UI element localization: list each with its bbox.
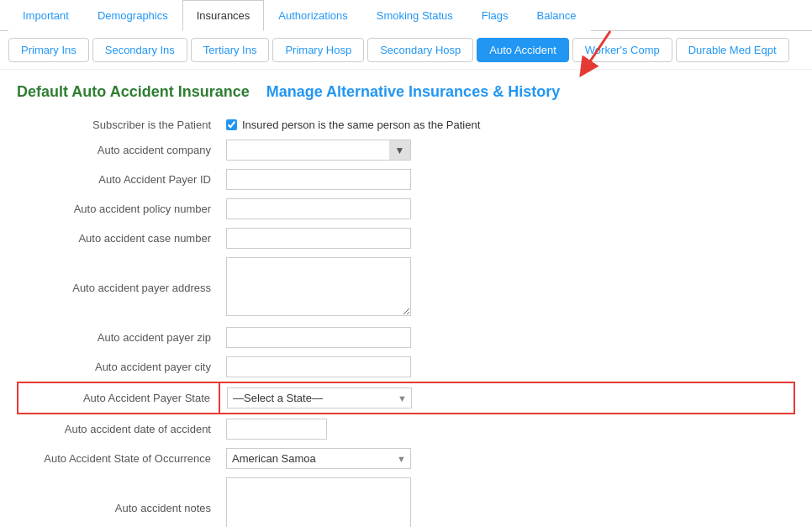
- sub-tab-bar: Primary InsSecondary InsTertiary InsPrim…: [0, 31, 812, 70]
- payer-city-row: Auto accident payer city: [18, 352, 794, 382]
- manage-alternative-link[interactable]: Manage Alternative Insurances & History: [266, 83, 560, 101]
- top-tab-demographics[interactable]: Demographics: [83, 0, 182, 31]
- payer-state-label: Auto Accident Payer State: [18, 382, 219, 414]
- sub-tab-worker-s-comp[interactable]: Worker's Comp: [572, 38, 672, 62]
- policy-number-label: Auto accident policy number: [18, 194, 219, 224]
- payer-id-label: Auto Accident Payer ID: [18, 165, 219, 194]
- payer-address-row: Auto accident payer address: [18, 253, 794, 323]
- case-number-cell: [219, 224, 794, 253]
- date-row: Auto accident date of accident: [18, 414, 794, 444]
- top-tab-insurances[interactable]: Insurances: [182, 0, 265, 31]
- payer-state-cell: —Select a State—AlabamaAlaskaAmerican Sa…: [219, 382, 794, 414]
- notes-cell: [219, 473, 794, 527]
- sub-tab-secondary-ins[interactable]: Secondary Ins: [92, 38, 187, 62]
- case-number-row: Auto accident case number: [18, 224, 794, 253]
- company-dropdown-button[interactable]: ▼: [389, 140, 411, 161]
- sub-tab-durable-med-eqpt[interactable]: Durable Med Eqpt: [676, 38, 789, 62]
- policy-number-input[interactable]: [226, 198, 411, 219]
- top-tab-smoking-status[interactable]: Smoking Status: [362, 0, 467, 31]
- payer-id-input[interactable]: [226, 169, 411, 190]
- payer-address-cell: [219, 253, 794, 323]
- payer-address-label: Auto accident payer address: [18, 253, 219, 323]
- section-header: Default Auto Accident Insurance Manage A…: [17, 83, 795, 101]
- policy-number-cell: [219, 194, 794, 224]
- payer-zip-cell: [219, 323, 794, 352]
- sub-tab-primary-hosp[interactable]: Primary Hosp: [272, 38, 364, 62]
- date-input[interactable]: [226, 419, 327, 440]
- top-tab-authorizations[interactable]: Authorizations: [264, 0, 361, 31]
- payer-city-cell: [219, 352, 794, 382]
- company-label: Auto accident company: [18, 135, 219, 165]
- occurrence-cell: AlabamaAlaskaAmerican SamoaArizonaArkans…: [219, 444, 794, 473]
- payer-zip-input[interactable]: [226, 327, 411, 348]
- occurrence-row: Auto Accident State of Occurrence Alabam…: [18, 444, 794, 473]
- payer-state-row: Auto Accident Payer State —Select a Stat…: [18, 382, 794, 414]
- payer-zip-row: Auto accident payer zip: [18, 323, 794, 352]
- payer-city-label: Auto accident payer city: [18, 352, 219, 382]
- occurrence-label: Auto Accident State of Occurrence: [18, 444, 219, 473]
- notes-label: Auto accident notes: [18, 473, 219, 527]
- notes-textarea[interactable]: [226, 477, 411, 527]
- policy-number-row: Auto accident policy number: [18, 194, 794, 224]
- date-cell: [219, 414, 794, 444]
- subscriber-checkbox-text: Insured person is the same person as the…: [242, 119, 480, 131]
- top-tab-flags[interactable]: Flags: [467, 0, 523, 31]
- insurance-form: Subscriber is the Patient Insured person…: [17, 114, 795, 527]
- top-tab-balance[interactable]: Balance: [523, 0, 591, 31]
- payer-id-row: Auto Accident Payer ID: [18, 165, 794, 194]
- payer-city-input[interactable]: [226, 356, 411, 377]
- payer-id-cell: [219, 165, 794, 194]
- top-tab-bar: ImportantDemographicsInsurancesAuthoriza…: [0, 0, 812, 31]
- case-number-label: Auto accident case number: [18, 224, 219, 253]
- sub-tab-primary-ins[interactable]: Primary Ins: [8, 38, 89, 62]
- company-row: Auto accident company ▼: [18, 135, 794, 165]
- subscriber-label: Subscriber is the Patient: [18, 114, 219, 135]
- payer-zip-label: Auto accident payer zip: [18, 323, 219, 352]
- company-input[interactable]: [226, 140, 411, 161]
- notes-row: Auto accident notes: [18, 473, 794, 527]
- case-number-input[interactable]: [226, 228, 411, 249]
- sub-tab-tertiary-ins[interactable]: Tertiary Ins: [191, 38, 270, 62]
- subscriber-checkbox[interactable]: [226, 119, 237, 130]
- sub-tab-secondary-hosp[interactable]: Secondary Hosp: [367, 38, 473, 62]
- sub-tab-auto-accident[interactable]: Auto Accident: [477, 38, 569, 62]
- company-cell: ▼: [219, 135, 794, 165]
- date-label: Auto accident date of accident: [18, 414, 219, 444]
- subscriber-row: Subscriber is the Patient Insured person…: [18, 114, 794, 135]
- section-title-main: Default Auto Accident Insurance: [17, 83, 250, 101]
- payer-address-textarea[interactable]: [226, 257, 411, 316]
- top-tab-important[interactable]: Important: [8, 0, 83, 31]
- occurrence-select[interactable]: AlabamaAlaskaAmerican SamoaArizonaArkans…: [226, 448, 411, 469]
- payer-state-select[interactable]: —Select a State—AlabamaAlaskaAmerican Sa…: [227, 387, 412, 408]
- main-content: Default Auto Accident Insurance Manage A…: [0, 70, 812, 527]
- subscriber-cell: Insured person is the same person as the…: [219, 114, 794, 135]
